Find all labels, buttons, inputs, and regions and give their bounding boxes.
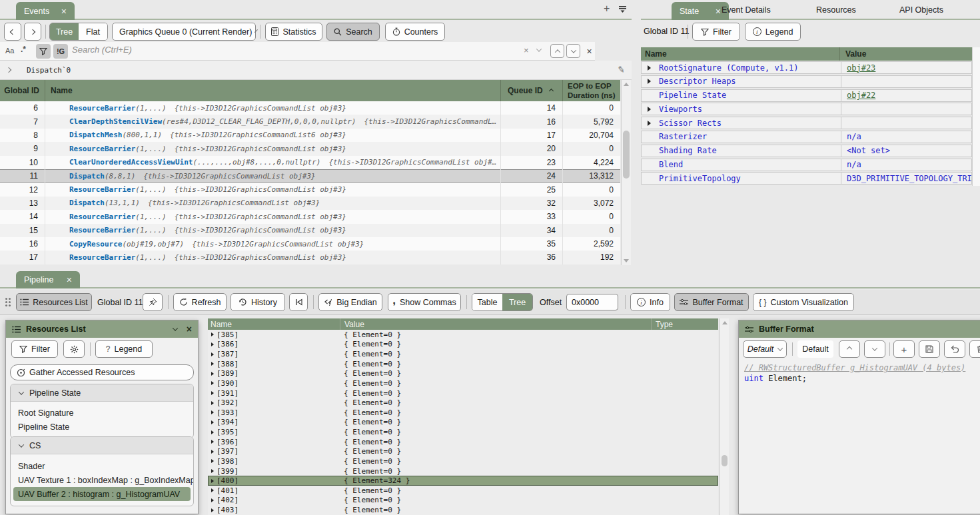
buffer-row[interactable]: [396] { Element=0 }: [208, 437, 718, 447]
state-value[interactable]: [841, 117, 972, 129]
expand-arrow-icon[interactable]: [211, 450, 214, 454]
scrollbar-thumb[interactable]: [722, 455, 728, 466]
resource-item[interactable]: Pipeline State: [11, 420, 193, 434]
expand-arrow-icon[interactable]: [211, 420, 214, 424]
show-commas-button[interactable]: , Show Commas: [388, 293, 461, 311]
buffer-row[interactable]: [395] { Element=0 }: [208, 427, 718, 437]
state-row[interactable]: Rasterizer n/a: [641, 131, 972, 143]
drag-grip-icon[interactable]: [5, 298, 7, 300]
state-scrollbar[interactable]: [972, 47, 980, 186]
clear-search-icon[interactable]: ×: [524, 45, 529, 55]
state-table-header[interactable]: Name Value: [641, 47, 972, 61]
buffer-row[interactable]: [386] { Element=0 }: [208, 340, 718, 350]
close-icon[interactable]: ×: [61, 7, 67, 16]
tab-api-objects[interactable]: API Objects: [899, 5, 943, 15]
expand-arrow-icon[interactable]: [211, 372, 214, 376]
move-up-button[interactable]: [839, 340, 860, 358]
tab-menu-icon[interactable]: [618, 5, 627, 15]
save-button[interactable]: [919, 340, 940, 358]
buffer-row[interactable]: [398] { Element=0 }: [208, 456, 718, 466]
buffer-row[interactable]: [401] { Element=0 }: [208, 486, 718, 496]
pipeline-state-section-header[interactable]: Pipeline State: [11, 384, 193, 402]
find-previous-button[interactable]: [550, 44, 564, 58]
filter-button[interactable]: Filter: [11, 340, 58, 358]
buffer-row[interactable]: [393] { Element=0 }: [208, 408, 718, 418]
state-value[interactable]: [841, 76, 972, 87]
expand-arrow-icon[interactable]: [211, 381, 214, 385]
expand-arrow-icon[interactable]: [211, 352, 214, 356]
event-row[interactable]: 14 ResourceBarrier(1,...){this->ID3D12Gr…: [0, 210, 620, 223]
scroll-up-icon[interactable]: [722, 321, 728, 324]
pin-button[interactable]: [143, 293, 163, 311]
expand-arrow-icon[interactable]: [648, 65, 651, 71]
legend-button[interactable]: ? Legend: [95, 340, 153, 358]
statistics-button[interactable]: Statistics: [265, 23, 322, 41]
history-button[interactable]: History: [231, 293, 285, 311]
queue-dropdown[interactable]: Graphics Queue 0 (Current Render): [112, 23, 256, 41]
expand-arrow-icon[interactable]: [211, 362, 214, 366]
col-duration[interactable]: EOP to EOP Duration (ns): [563, 80, 620, 101]
close-icon[interactable]: ×: [67, 275, 72, 284]
event-row[interactable]: 8 DispatchMesh(800,1,1){this->ID3D12Grap…: [0, 129, 620, 142]
custom-visualization-button[interactable]: { } Custom Visualization: [753, 293, 854, 311]
regex-toggle[interactable]: .*: [21, 45, 26, 54]
buffer-row[interactable]: [403] { Element=0 }: [208, 505, 718, 515]
col-queue-id[interactable]: Queue ID: [501, 80, 563, 101]
search-options-chevron[interactable]: [536, 46, 542, 51]
gather-accessed-resources-button[interactable]: Gather Accessed Resources: [10, 364, 194, 380]
col-name[interactable]: Name: [641, 47, 840, 61]
state-row[interactable]: Scissor Rects: [641, 117, 972, 129]
close-icon[interactable]: ×: [187, 324, 192, 334]
buffer-row[interactable]: [402] { Element=0 }: [208, 496, 718, 506]
col-global-id[interactable]: Global ID: [0, 80, 45, 101]
expand-arrow-icon[interactable]: [211, 342, 214, 346]
resource-item[interactable]: UAV Texture 1 : boxIndexMap : g_BoxIndex…: [11, 473, 193, 487]
state-row[interactable]: PrimitiveTopology D3D_PRIMITIVE_TOPOLOGY…: [641, 172, 972, 185]
search-input[interactable]: [72, 45, 352, 55]
cs-section-header[interactable]: CS: [11, 437, 193, 454]
add-tab-button[interactable]: +: [604, 3, 610, 15]
settings-button[interactable]: [63, 340, 85, 358]
filter-toggle[interactable]: [36, 44, 51, 59]
event-row[interactable]: 6 ResourceBarrier(1,...){this->ID3D12Gra…: [0, 101, 620, 115]
col-name[interactable]: Name: [45, 80, 501, 101]
expand-arrow-icon[interactable]: [211, 469, 214, 473]
state-value[interactable]: [841, 103, 972, 115]
state-value[interactable]: n/a: [841, 131, 972, 143]
table-option[interactable]: Table: [472, 294, 502, 310]
buffer-table-scrollbar[interactable]: [720, 318, 729, 515]
expand-arrow-icon[interactable]: [211, 479, 214, 483]
events-scrollbar[interactable]: [621, 80, 631, 265]
expand-arrow-icon[interactable]: [648, 107, 651, 112]
col-type[interactable]: Type: [651, 318, 718, 330]
preset-name-label[interactable]: Default: [797, 340, 833, 358]
resource-item[interactable]: UAV Buffer 2 : histogram : g_HistogramUA…: [13, 487, 191, 501]
collapse-panel-icon[interactable]: [173, 325, 178, 330]
tree-option[interactable]: Tree: [50, 23, 79, 40]
legend-button[interactable]: i Legend: [745, 23, 801, 41]
breadcrumb-chevron-icon[interactable]: [6, 67, 11, 73]
event-row[interactable]: 16 CopyResource(obj#19,obj#7){this->ID3D…: [0, 237, 620, 251]
info-button[interactable]: i Info: [630, 293, 670, 311]
go-to-start-button[interactable]: [289, 293, 308, 311]
buffer-row[interactable]: [399] { Element=0 }: [208, 466, 718, 476]
state-value[interactable]: n/a: [841, 159, 972, 171]
expand-arrow-icon[interactable]: [211, 332, 214, 336]
expand-arrow-icon[interactable]: [211, 498, 214, 502]
state-value[interactable]: <Not set>: [841, 145, 972, 157]
forward-button[interactable]: [24, 23, 41, 41]
close-search-button[interactable]: ×: [582, 44, 596, 58]
preset-dropdown[interactable]: Default: [743, 340, 787, 358]
close-icon[interactable]: ×: [716, 7, 721, 16]
event-row[interactable]: 7 ClearDepthStencilView(res#4,D3D12_CLEA…: [0, 115, 620, 128]
buffer-row[interactable]: [392] { Element=0 }: [208, 398, 718, 408]
big-endian-button[interactable]: Big Endian: [318, 293, 382, 311]
scroll-down-icon[interactable]: [624, 259, 629, 262]
expand-arrow-icon[interactable]: [211, 440, 214, 444]
buffer-row[interactable]: [391] { Element=0 }: [208, 388, 718, 398]
buffer-row[interactable]: [394] { Element=0 }: [208, 418, 718, 428]
expand-arrow-icon[interactable]: [211, 508, 214, 512]
tab-events[interactable]: Events ×: [16, 2, 75, 20]
resources-list-header[interactable]: Resources List ×: [6, 320, 198, 338]
buffer-row[interactable]: [390] { Element=0 }: [208, 378, 718, 388]
